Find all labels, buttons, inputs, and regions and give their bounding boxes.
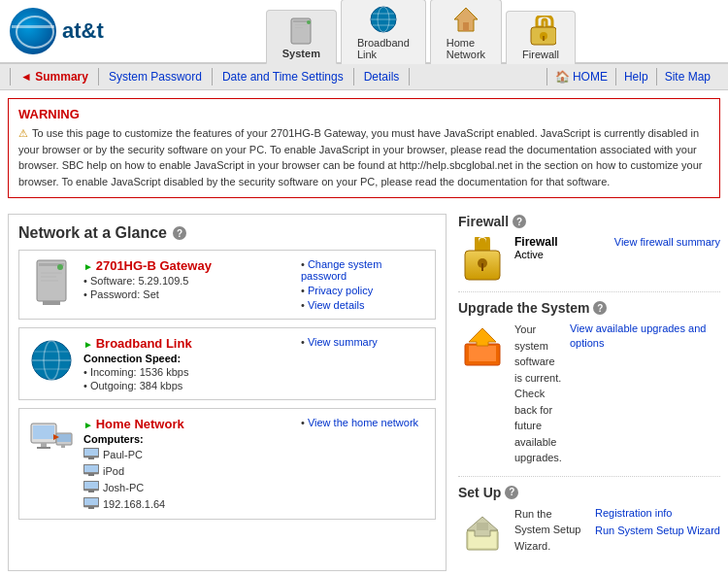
svg-rect-1	[293, 20, 309, 22]
computer-ipod: iPod	[83, 464, 293, 478]
tab-firewall[interactable]: Firewall	[506, 11, 576, 64]
broadband-link-0[interactable]: View summary	[301, 336, 427, 348]
svg-rect-32	[57, 434, 71, 442]
svg-rect-19	[41, 276, 56, 278]
svg-rect-35	[84, 449, 98, 456]
warning-title: WARNING	[18, 107, 710, 121]
svg-rect-3	[295, 24, 307, 25]
setup-link-0[interactable]: Registration info	[595, 506, 720, 521]
network-at-glance-panel: Network at a Glance ? 2701HG-B Gateway S…	[8, 214, 447, 571]
svg-rect-42	[88, 491, 94, 492]
tab-home-label: HomeNetwork	[447, 37, 485, 60]
gateway-link-1[interactable]: Privacy policy	[301, 285, 427, 296]
home-network-device-row: Home Network Computers: Paul-PC iPod Jos…	[18, 408, 436, 520]
gateway-password: Password: Set	[83, 288, 293, 300]
subnav-sitemap[interactable]: Site Map	[656, 68, 718, 85]
subnav-help[interactable]: Help	[615, 68, 656, 85]
upgrade-help[interactable]: ?	[593, 301, 607, 315]
subnav-details[interactable]: Details	[354, 68, 411, 85]
upgrade-section-title: Upgrade the System ?	[458, 300, 720, 316]
home-network-links: View the home network	[301, 417, 427, 428]
svg-rect-4	[295, 27, 303, 28]
subnav-home[interactable]: 🏠 HOME	[546, 68, 615, 85]
system-tab-icon	[285, 15, 316, 46]
nav-tabs: System BroadbandLink	[123, 0, 718, 64]
setup-section: Set Up ? Run the System Setup Wizard. R	[458, 485, 720, 564]
tab-system-label: System	[282, 48, 320, 59]
subnav-system-password[interactable]: System Password	[99, 68, 213, 85]
svg-marker-51	[469, 328, 496, 346]
gateway-link-0[interactable]: Change system password	[301, 258, 427, 282]
warning-text: ⚠To use this page to customize the featu…	[18, 125, 710, 189]
svg-rect-20	[41, 280, 58, 282]
home-network-link-0[interactable]: View the home network	[301, 417, 427, 428]
firewall-tab-icon	[525, 16, 556, 47]
home-network-icon	[27, 417, 76, 465]
svg-rect-38	[84, 465, 98, 472]
setup-text: Run the System Setup Wizard.	[514, 506, 587, 557]
svg-rect-18	[41, 272, 62, 274]
tab-broadband[interactable]: BroadbandLink	[341, 0, 426, 64]
svg-rect-44	[84, 498, 98, 505]
warn-icon: ⚠	[18, 127, 28, 139]
broadband-device-icon	[27, 336, 76, 385]
firewall-right-icon	[458, 235, 507, 284]
firewall-section: Firewall ?	[458, 214, 720, 292]
broadband-outgoing: Outgoing: 384 kbps	[83, 380, 293, 391]
upgrade-links: View available upgrades and options	[570, 322, 720, 352]
gateway-link-2[interactable]: View details	[301, 299, 427, 311]
subnav: Summary System Password Date and Time Se…	[0, 63, 728, 90]
network-glance-help[interactable]: ?	[173, 226, 186, 240]
subnav-date-time[interactable]: Date and Time Settings	[213, 68, 354, 85]
gateway-software: Software: 5.29.109.5	[83, 275, 293, 287]
firewall-summary-link[interactable]: View firewall summary	[614, 235, 720, 250]
main-content: Network at a Glance ? 2701HG-B Gateway S…	[0, 206, 728, 576]
gateway-links: Change system password Privacy policy Vi…	[301, 258, 427, 311]
upgrade-text: Your system software is current. Check b…	[514, 322, 562, 468]
broadband-name: Broadband Link	[83, 336, 293, 351]
home-network-name: Home Network	[83, 417, 293, 431]
subnav-summary[interactable]: Summary	[10, 68, 99, 85]
broadband-tab-icon	[368, 4, 399, 35]
right-panel: Firewall ?	[458, 214, 720, 571]
svg-rect-33	[61, 445, 65, 448]
firewall-section-title: Firewall ?	[458, 214, 720, 229]
broadband-speed-label: Connection Speed:	[83, 353, 293, 364]
svg-rect-48	[481, 263, 483, 271]
upgrade-section: Upgrade the System ? Your system softwar…	[458, 300, 720, 477]
page-header: at&t System	[0, 0, 728, 63]
svg-rect-55	[477, 523, 488, 530]
svg-rect-29	[41, 443, 47, 447]
setup-section-content: Run the System Setup Wizard. Registratio…	[458, 506, 720, 557]
firewall-section-content: Firewall Active View firewall summary	[458, 235, 720, 284]
setup-link-1[interactable]: Run System Setup Wizard	[595, 524, 720, 538]
subnav-left: Summary System Password Date and Time Se…	[10, 68, 546, 85]
home-network-info: Home Network Computers: Paul-PC iPod Jos…	[83, 417, 293, 511]
gateway-icon	[27, 258, 76, 307]
firewall-help[interactable]: ?	[513, 215, 526, 228]
svg-rect-50	[469, 346, 496, 361]
tab-broadband-label: BroadbandLink	[357, 37, 410, 60]
setup-help[interactable]: ?	[505, 486, 518, 499]
tab-home[interactable]: HomeNetwork	[430, 0, 502, 64]
svg-rect-39	[88, 474, 94, 476]
broadband-links: View summary	[301, 336, 427, 348]
setup-section-title: Set Up ?	[458, 485, 720, 500]
tab-firewall-label: Firewall	[522, 49, 559, 60]
gateway-name: 2701HG-B Gateway	[83, 258, 293, 273]
upgrade-section-content: Your system software is current. Check b…	[458, 322, 720, 468]
home-tab-icon	[450, 4, 481, 35]
tab-system[interactable]: System	[266, 10, 337, 64]
warning-box: WARNING ⚠To use this page to customize t…	[8, 98, 720, 198]
firewall-status-text: Firewall Active	[514, 235, 607, 260]
upgrade-link-0[interactable]: View available upgrades and options	[570, 322, 720, 352]
gateway-info: 2701HG-B Gateway Software: 5.29.109.5 Pa…	[83, 258, 293, 300]
setup-icon	[458, 506, 507, 555]
att-logo-circle	[10, 8, 56, 54]
network-glance-title: Network at a Glance ?	[18, 224, 436, 242]
broadband-device-row: Broadband Link Connection Speed: Incomin…	[18, 327, 436, 400]
svg-rect-21	[43, 301, 60, 305]
att-logo: at&t	[10, 8, 104, 54]
att-logo-text: at&t	[62, 18, 104, 44]
svg-rect-45	[88, 507, 94, 509]
